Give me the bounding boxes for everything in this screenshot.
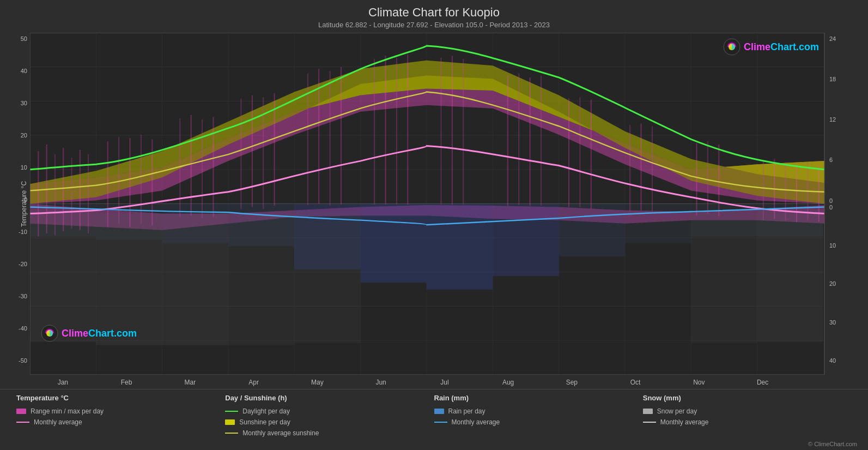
y-axis-left: Temperature °C 50 40 30 20 10 0 -10 -20 … — [0, 33, 30, 375]
legend-label-snow-avg: Monthly average — [660, 418, 709, 426]
x-tick-sep: Sep — [540, 379, 604, 386]
x-tick-jan: Jan — [31, 379, 95, 386]
legend-label-temp-range: Range min / max per day — [31, 407, 104, 415]
x-tick-oct: Oct — [604, 379, 667, 386]
x-tick-jun: Jun — [349, 379, 413, 386]
chart-header: Climate Chart for Kuopio Latitude 62.882… — [0, 5, 868, 29]
x-tick-apr: Apr — [222, 379, 286, 386]
x-tick-nov: Nov — [667, 379, 731, 386]
svg-rect-35 — [493, 204, 559, 277]
y-tick-20: 20 — [21, 132, 27, 139]
legend-area: Temperature °C Range min / max per day M… — [0, 389, 868, 440]
legend-label-daylight: Daylight per day — [242, 407, 290, 415]
svg-rect-34 — [427, 204, 493, 290]
svg-rect-36 — [559, 204, 625, 256]
svg-rect-37 — [625, 204, 691, 243]
chart-title: Climate Chart for Kuopio — [0, 5, 868, 20]
legend-swatch-snow — [643, 409, 653, 414]
logo-icon-bottom — [41, 325, 58, 342]
legend-header-temperature: Temperature °C — [16, 394, 225, 402]
y-tick-50: 50 — [21, 35, 27, 42]
y-tick-r0: 0 — [829, 197, 868, 204]
y-tick-10: 10 — [21, 164, 27, 171]
legend-item-snow-avg: Monthly average — [643, 418, 852, 426]
logo-text-top: ClimeChart.com — [744, 41, 819, 53]
y-axis-left-label: Temperature °C — [20, 181, 28, 226]
y-tick-r20: 20 — [829, 280, 868, 287]
legend-label-temp-avg: Monthly average — [34, 418, 82, 426]
logo-icon-top — [723, 38, 740, 56]
y-tick-24: 24 — [829, 35, 868, 42]
x-tick-may: May — [286, 379, 349, 386]
y-axis-right-rain: 0 10 20 30 40 — [824, 204, 868, 375]
legend-item-temp-avg: Monthly average — [16, 418, 225, 426]
y-tick-30: 30 — [21, 100, 27, 106]
y-tick-n20: -20 — [19, 261, 27, 267]
x-tick-jul: Jul — [413, 379, 477, 386]
legend-item-daylight: Daylight per day — [225, 407, 434, 415]
legend-label-rain-day: Rain per day — [448, 407, 485, 415]
legend-line-temp-avg — [16, 422, 29, 423]
x-tick-aug: Aug — [476, 379, 540, 386]
logo-top-right: ClimeChart.com — [723, 38, 819, 56]
legend-header-rain: Rain (mm) — [434, 394, 643, 402]
y-tick-18: 18 — [829, 76, 868, 82]
y-tick-n30: -30 — [19, 293, 27, 299]
y-tick-40: 40 — [21, 68, 27, 74]
legend-header-snow: Snow (mm) — [643, 394, 852, 402]
svg-rect-44 — [294, 212, 360, 343]
y-tick-n10: -10 — [19, 229, 27, 235]
main-container: Climate Chart for Kuopio Latitude 62.882… — [0, 0, 868, 450]
legend-col-rain: Rain (mm) Rain per day Monthly average — [434, 394, 643, 437]
legend-swatch-temp-range — [16, 409, 26, 414]
legend-item-sunshine-avg: Monthly average sunshine — [225, 429, 434, 437]
svg-rect-33 — [361, 204, 427, 283]
legend-label-snow-day: Snow per day — [657, 407, 697, 415]
legend-line-daylight — [225, 411, 238, 412]
copyright: © ClimeChart.com — [0, 441, 868, 447]
chart-area: Temperature °C 50 40 30 20 10 0 -10 -20 … — [0, 33, 868, 375]
svg-rect-42 — [162, 214, 228, 345]
legend-label-sunshine-avg: Monthly average sunshine — [242, 429, 319, 437]
legend-col-snow: Snow (mm) Snow per day Monthly average — [643, 394, 852, 437]
legend-line-snow-avg — [643, 422, 656, 423]
legend-swatch-rain — [434, 409, 444, 414]
legend-label-sunshine-day: Sunshine per day — [239, 418, 290, 426]
x-tick-feb: Feb — [95, 379, 159, 386]
y-tick-r0b: 0 — [829, 204, 868, 211]
y-tick-6: 6 — [829, 157, 868, 163]
y-axis-right: 24 18 12 6 0 0 10 20 30 40 Day / Sunshin… — [824, 33, 868, 375]
legend-item-snow-day: Snow per day — [643, 407, 852, 415]
chart-svg-container: ClimeChart.com ClimeChart.com — [30, 33, 824, 375]
legend-item-rain-avg: Monthly average — [434, 418, 643, 426]
y-tick-r40: 40 — [829, 357, 868, 364]
legend-item-sunshine-day: Sunshine per day — [225, 418, 434, 426]
legend-label-rain-avg: Monthly average — [452, 418, 500, 426]
x-tick-mar: Mar — [159, 379, 222, 386]
y-tick-r10: 10 — [829, 242, 868, 249]
chart-svg — [30, 33, 824, 375]
chart-subtitle: Latitude 62.882 - Longitude 27.692 - Ele… — [0, 21, 868, 29]
y-tick-n50: -50 — [19, 357, 27, 364]
svg-rect-46 — [757, 211, 823, 342]
legend-swatch-sunshine — [225, 419, 235, 425]
legend-item-temp-range: Range min / max per day — [16, 407, 225, 415]
legend-col-temperature: Temperature °C Range min / max per day M… — [16, 394, 225, 437]
legend-header-sunshine: Day / Sunshine (h) — [225, 394, 434, 402]
logo-text-bottom: ClimeChart.com — [62, 328, 137, 339]
legend-col-sunshine: Day / Sunshine (h) Daylight per day Suns… — [225, 394, 434, 437]
y-tick-12: 12 — [829, 116, 868, 123]
logo-bottom-left: ClimeChart.com — [41, 325, 137, 342]
legend-item-rain-day: Rain per day — [434, 407, 643, 415]
y-tick-r30: 30 — [829, 319, 868, 326]
y-tick-n40: -40 — [19, 325, 27, 332]
legend-line-sunshine-avg — [225, 433, 238, 434]
x-tick-dec: Dec — [731, 379, 794, 386]
y-axis-right-sunshine: 24 18 12 6 0 — [824, 33, 868, 204]
svg-rect-43 — [228, 214, 294, 345]
legend-line-rain-avg — [434, 422, 447, 423]
svg-rect-45 — [691, 212, 757, 343]
x-axis: Jan Feb Mar Apr May Jun Jul Aug Sep Oct … — [0, 377, 868, 386]
